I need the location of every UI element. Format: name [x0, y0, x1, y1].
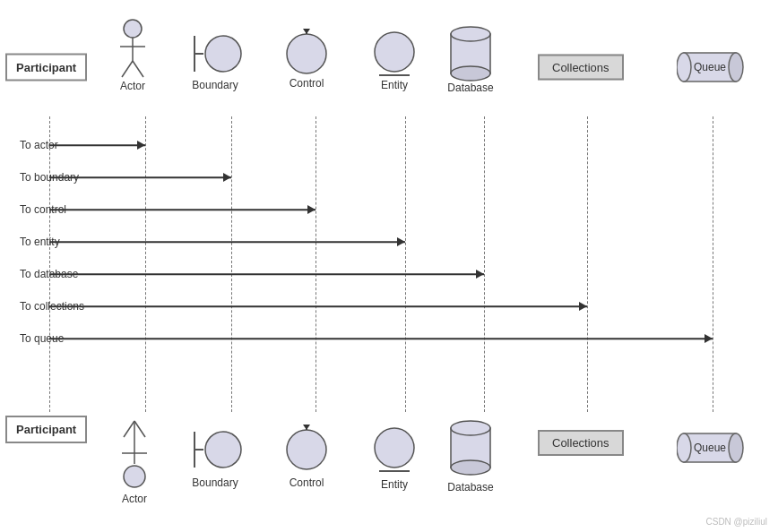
- queue-bottom: Queue: [677, 430, 748, 466]
- boundary-svg-bottom: [184, 423, 246, 476]
- actor-svg-top: [117, 16, 149, 83]
- svg-point-17: [729, 53, 743, 82]
- svg-point-28: [287, 430, 326, 469]
- top-symbols-row: Participant Actor: [0, 9, 778, 125]
- boundary-label-bottom: Boundary: [192, 476, 238, 489]
- control-label-top: Control: [290, 77, 324, 90]
- actor-svg-bottom: [117, 412, 152, 493]
- entity-bottom: Entity: [372, 423, 417, 491]
- svg-point-7: [205, 36, 241, 72]
- arrow-line-5: [49, 305, 587, 307]
- arrow-row-0: To actor: [0, 129, 778, 161]
- entity-label-top: Entity: [381, 79, 408, 91]
- actor-top: Actor: [117, 16, 149, 92]
- collections-wrapper-bottom: Collections: [538, 430, 624, 456]
- arrow-head-4: [476, 270, 484, 279]
- database-svg-bottom: [444, 414, 497, 481]
- boundary-label-top: Boundary: [192, 79, 238, 91]
- svg-point-27: [205, 432, 241, 468]
- arrow-line-0: [49, 144, 145, 146]
- arrow-line-3: [49, 241, 405, 243]
- control-svg-top: [285, 25, 328, 81]
- entity-top: Entity: [372, 27, 417, 91]
- sequence-area: To actor To boundary To control To entit…: [0, 116, 778, 412]
- participant-box-bottom: Participant: [5, 416, 87, 443]
- participant-box-top: Participant: [5, 54, 87, 82]
- queue-top: Queue: [677, 49, 748, 85]
- participant-bottom: Participant: [5, 416, 87, 443]
- boundary-svg-top: [184, 27, 246, 81]
- database-svg-top: [444, 20, 497, 87]
- arrow-row-4: To database: [0, 258, 778, 290]
- svg-point-36: [677, 433, 691, 462]
- actor-bottom: Actor: [117, 412, 152, 505]
- entity-svg-bottom: [372, 423, 417, 478]
- database-label-top: Database: [447, 82, 493, 94]
- boundary-top: Boundary: [184, 27, 246, 91]
- svg-point-33: [451, 421, 490, 435]
- svg-point-10: [375, 32, 414, 72]
- arrow-line-2: [49, 209, 316, 210]
- collections-box-bottom: Collections: [538, 430, 624, 456]
- arrow-head-6: [705, 334, 713, 343]
- svg-text:Queue: Queue: [694, 442, 726, 454]
- boundary-bottom: Boundary: [184, 423, 246, 489]
- control-bottom: Control: [285, 421, 328, 489]
- database-bottom: Database: [444, 414, 497, 493]
- svg-point-37: [729, 433, 743, 462]
- svg-point-0: [124, 20, 142, 38]
- arrow-line-1: [49, 176, 231, 178]
- collections-bottom: Collections: [538, 430, 624, 456]
- arrow-row-3: To entity: [0, 226, 778, 258]
- arrow-head-5: [579, 302, 587, 311]
- svg-line-4: [133, 61, 143, 77]
- svg-point-14: [451, 66, 490, 81]
- svg-point-30: [375, 428, 414, 468]
- queue-svg-bottom: Queue: [677, 430, 748, 466]
- entity-label-bottom: Entity: [381, 478, 408, 491]
- svg-point-8: [287, 34, 326, 73]
- svg-point-34: [451, 460, 490, 475]
- collections-top: Collections: [538, 55, 624, 81]
- arrow-row-6: To queue: [0, 322, 778, 355]
- control-top: Control: [285, 25, 328, 90]
- svg-point-13: [451, 27, 490, 41]
- svg-line-20: [134, 421, 145, 437]
- svg-line-3: [122, 61, 133, 77]
- database-label-bottom: Database: [447, 481, 493, 493]
- collections-wrapper-top: Collections: [538, 55, 624, 81]
- arrow-head-0: [137, 141, 145, 150]
- bottom-symbols-row: Participant Actor: [0, 408, 778, 525]
- arrow-head-3: [397, 237, 405, 246]
- svg-line-19: [124, 421, 134, 437]
- actor-label-top: Actor: [120, 80, 145, 92]
- entity-svg-top: [372, 27, 417, 82]
- svg-point-24: [124, 466, 145, 487]
- participant-top: Participant: [5, 54, 87, 82]
- watermark: CSDN @piziliul: [706, 517, 768, 527]
- arrow-row-5: To collections: [0, 290, 778, 322]
- database-top: Database: [444, 20, 497, 94]
- arrow-row-1: To boundary: [0, 161, 778, 193]
- control-svg-bottom: [285, 421, 328, 476]
- actor-label-bottom: Actor: [122, 493, 147, 505]
- arrow-row-2: To control: [0, 193, 778, 226]
- arrow-line-4: [49, 273, 484, 275]
- svg-text:Queue: Queue: [694, 61, 726, 73]
- collections-box-top: Collections: [538, 55, 624, 81]
- arrow-head-2: [307, 205, 316, 214]
- arrow-line-6: [49, 338, 713, 339]
- diagram: Participant Actor: [0, 0, 778, 532]
- svg-point-16: [677, 53, 691, 82]
- queue-svg-top: Queue: [677, 49, 748, 85]
- arrow-head-1: [223, 173, 231, 182]
- control-label-bottom: Control: [290, 476, 324, 489]
